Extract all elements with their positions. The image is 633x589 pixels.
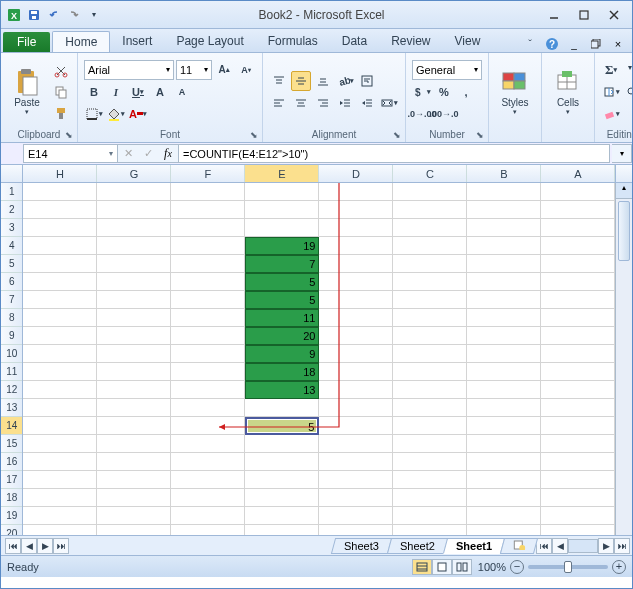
cell[interactable]: 19 <box>245 237 319 255</box>
cell[interactable] <box>97 255 171 273</box>
number-format-combo[interactable]: General▾ <box>412 60 482 80</box>
cell[interactable] <box>393 399 467 417</box>
cell[interactable] <box>467 255 541 273</box>
decrease-indent-button[interactable] <box>335 93 355 113</box>
cell[interactable]: 9 <box>245 345 319 363</box>
cell[interactable] <box>23 489 97 507</box>
cell[interactable] <box>393 327 467 345</box>
cell[interactable] <box>319 507 393 525</box>
cell[interactable] <box>245 507 319 525</box>
cell[interactable] <box>97 435 171 453</box>
row-header[interactable]: 2 <box>1 201 22 219</box>
cell[interactable] <box>97 309 171 327</box>
cell[interactable] <box>171 525 245 535</box>
hscroll-last[interactable]: ⏭ <box>614 538 630 554</box>
underline-button[interactable]: U▾ <box>128 82 148 102</box>
cell[interactable] <box>171 453 245 471</box>
cell[interactable] <box>319 219 393 237</box>
save-icon[interactable] <box>25 6 43 24</box>
cell[interactable] <box>393 489 467 507</box>
align-bottom-button[interactable] <box>313 71 333 91</box>
cell[interactable] <box>393 417 467 435</box>
cell[interactable] <box>319 255 393 273</box>
cell[interactable] <box>319 471 393 489</box>
cell[interactable] <box>393 201 467 219</box>
cell[interactable] <box>393 345 467 363</box>
cell[interactable] <box>319 291 393 309</box>
cell[interactable] <box>245 489 319 507</box>
cell[interactable] <box>245 219 319 237</box>
cell[interactable] <box>245 183 319 201</box>
row-header[interactable]: 11 <box>1 363 22 381</box>
enter-formula-button[interactable]: ✓ <box>138 144 158 163</box>
cell[interactable] <box>171 237 245 255</box>
cell[interactable] <box>393 507 467 525</box>
autosum-button[interactable]: Σ▾ <box>601 60 621 80</box>
font-size-combo[interactable]: 11▾ <box>176 60 212 80</box>
normal-view-button[interactable] <box>412 559 432 575</box>
fx-button[interactable]: fx <box>158 144 178 163</box>
cell[interactable] <box>467 219 541 237</box>
cell[interactable] <box>23 363 97 381</box>
scroll-up-button[interactable]: ▴ <box>616 183 632 199</box>
row-header[interactable]: 6 <box>1 273 22 291</box>
cut-button[interactable] <box>51 61 71 81</box>
cell[interactable] <box>467 417 541 435</box>
cells-area[interactable]: 197551120918135 <box>23 183 615 535</box>
cell[interactable] <box>393 309 467 327</box>
row-header[interactable]: 1 <box>1 183 22 201</box>
zoom-slider-thumb[interactable] <box>564 561 572 573</box>
cell[interactable] <box>467 399 541 417</box>
cell[interactable] <box>97 237 171 255</box>
wrap-text-button[interactable] <box>357 71 377 91</box>
cell[interactable]: 11 <box>245 309 319 327</box>
cancel-formula-button[interactable]: ✕ <box>118 144 138 163</box>
column-header[interactable]: C <box>393 165 467 182</box>
cell[interactable] <box>319 435 393 453</box>
cell[interactable] <box>171 183 245 201</box>
cell[interactable] <box>319 363 393 381</box>
number-launcher-icon[interactable]: ⬊ <box>474 129 486 141</box>
cell[interactable] <box>171 507 245 525</box>
cell[interactable] <box>319 525 393 535</box>
row-header[interactable]: 19 <box>1 507 22 525</box>
row-header[interactable]: 10 <box>1 345 22 363</box>
cell[interactable] <box>467 273 541 291</box>
cell[interactable] <box>541 183 615 201</box>
cell[interactable] <box>23 471 97 489</box>
font-name-combo[interactable]: Arial▾ <box>84 60 174 80</box>
cell[interactable] <box>97 507 171 525</box>
tab-formulas[interactable]: Formulas <box>256 31 330 52</box>
tab-review[interactable]: Review <box>379 31 442 52</box>
cell[interactable] <box>97 363 171 381</box>
doc-minimize-icon[interactable]: _ <box>566 36 582 52</box>
decrease-font-button[interactable]: A <box>172 82 192 102</box>
cell[interactable] <box>541 309 615 327</box>
sort-filter-button[interactable]: AZ <box>623 60 633 80</box>
cell[interactable] <box>319 273 393 291</box>
increase-indent-button[interactable] <box>357 93 377 113</box>
cell[interactable]: 7 <box>245 255 319 273</box>
cell[interactable] <box>467 435 541 453</box>
cell[interactable] <box>171 363 245 381</box>
cell[interactable] <box>541 255 615 273</box>
sheet-nav-first[interactable]: ⏮ <box>5 538 21 554</box>
cell[interactable] <box>23 183 97 201</box>
cell[interactable] <box>23 273 97 291</box>
help-icon[interactable]: ? <box>544 36 560 52</box>
paste-button[interactable]: Paste ▾ <box>7 55 47 128</box>
cell[interactable] <box>541 237 615 255</box>
cell[interactable] <box>393 453 467 471</box>
cell[interactable] <box>541 435 615 453</box>
cell[interactable] <box>541 345 615 363</box>
cell[interactable] <box>467 291 541 309</box>
cell[interactable]: 18 <box>245 363 319 381</box>
zoom-out-button[interactable]: − <box>510 560 524 574</box>
align-top-button[interactable] <box>269 71 289 91</box>
fill-color-button[interactable]: ▾ <box>106 104 126 124</box>
cell[interactable] <box>97 471 171 489</box>
cell[interactable] <box>319 381 393 399</box>
cell[interactable] <box>23 507 97 525</box>
decrease-decimal-button[interactable]: .00→.0 <box>434 104 454 124</box>
cell[interactable] <box>171 345 245 363</box>
